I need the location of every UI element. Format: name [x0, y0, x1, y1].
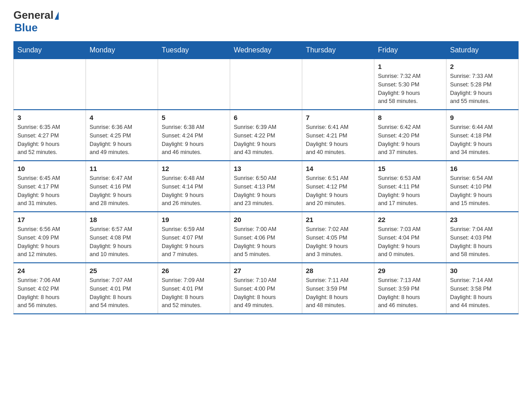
- day-info: Sunrise: 7:32 AM Sunset: 5:30 PM Dayligh…: [378, 72, 442, 106]
- day-number: 30: [450, 267, 515, 274]
- day-info: Sunrise: 7:13 AM Sunset: 3:59 PM Dayligh…: [378, 276, 442, 310]
- day-number: 18: [90, 216, 154, 223]
- header-sunday: Sunday: [14, 42, 86, 59]
- day-number: 12: [162, 165, 226, 172]
- logo-general-text: General: [13, 9, 53, 21]
- header-thursday: Thursday: [302, 42, 374, 59]
- week-row-5: 24Sunrise: 7:06 AM Sunset: 4:02 PM Dayli…: [14, 263, 519, 314]
- day-info: Sunrise: 7:02 AM Sunset: 4:05 PM Dayligh…: [306, 225, 370, 259]
- day-cell: 4Sunrise: 6:36 AM Sunset: 4:25 PM Daylig…: [86, 110, 158, 161]
- day-info: Sunrise: 6:48 AM Sunset: 4:14 PM Dayligh…: [162, 174, 226, 208]
- day-cell: 24Sunrise: 7:06 AM Sunset: 4:02 PM Dayli…: [14, 263, 86, 314]
- header-friday: Friday: [374, 42, 446, 59]
- day-cell: 7Sunrise: 6:41 AM Sunset: 4:21 PM Daylig…: [302, 110, 374, 161]
- day-number: 13: [234, 165, 298, 172]
- day-number: 1: [378, 63, 442, 70]
- day-info: Sunrise: 7:06 AM Sunset: 4:02 PM Dayligh…: [17, 276, 82, 310]
- day-cell: 20Sunrise: 7:00 AM Sunset: 4:06 PM Dayli…: [230, 212, 302, 263]
- logo-blue-text: Blue: [14, 21, 38, 34]
- calendar-table: SundayMondayTuesdayWednesdayThursdayFrid…: [13, 41, 519, 314]
- day-info: Sunrise: 7:14 AM Sunset: 3:58 PM Dayligh…: [450, 276, 515, 310]
- header-saturday: Saturday: [446, 42, 519, 59]
- day-info: Sunrise: 6:54 AM Sunset: 4:10 PM Dayligh…: [450, 174, 515, 208]
- day-info: Sunrise: 7:00 AM Sunset: 4:06 PM Dayligh…: [234, 225, 298, 259]
- day-cell: 1Sunrise: 7:32 AM Sunset: 5:30 PM Daylig…: [374, 59, 446, 110]
- day-cell: 14Sunrise: 6:51 AM Sunset: 4:12 PM Dayli…: [302, 161, 374, 212]
- day-info: Sunrise: 6:38 AM Sunset: 4:24 PM Dayligh…: [162, 123, 226, 157]
- day-info: Sunrise: 6:35 AM Sunset: 4:27 PM Dayligh…: [17, 123, 82, 157]
- day-info: Sunrise: 6:51 AM Sunset: 4:12 PM Dayligh…: [306, 174, 370, 208]
- week-row-4: 17Sunrise: 6:56 AM Sunset: 4:09 PM Dayli…: [14, 212, 519, 263]
- day-info: Sunrise: 7:07 AM Sunset: 4:01 PM Dayligh…: [90, 276, 154, 310]
- day-cell: [302, 59, 374, 110]
- day-number: 10: [17, 165, 82, 172]
- day-cell: [158, 59, 230, 110]
- day-cell: 8Sunrise: 6:42 AM Sunset: 4:20 PM Daylig…: [374, 110, 446, 161]
- day-number: 11: [90, 165, 154, 172]
- day-number: 16: [450, 165, 515, 172]
- day-number: 22: [378, 216, 442, 223]
- day-info: Sunrise: 6:36 AM Sunset: 4:25 PM Dayligh…: [90, 123, 154, 157]
- day-cell: 15Sunrise: 6:53 AM Sunset: 4:11 PM Dayli…: [374, 161, 446, 212]
- day-cell: 5Sunrise: 6:38 AM Sunset: 4:24 PM Daylig…: [158, 110, 230, 161]
- day-number: 27: [234, 267, 298, 274]
- logo-row: General: [13, 9, 59, 21]
- day-number: 29: [378, 267, 442, 274]
- header: General Blue: [13, 9, 519, 34]
- day-number: 17: [17, 216, 82, 223]
- logo-area: General Blue: [13, 9, 59, 34]
- day-cell: 6Sunrise: 6:39 AM Sunset: 4:22 PM Daylig…: [230, 110, 302, 161]
- logo-blue-row: Blue: [13, 21, 38, 34]
- week-row-2: 3Sunrise: 6:35 AM Sunset: 4:27 PM Daylig…: [14, 110, 519, 161]
- day-info: Sunrise: 7:03 AM Sunset: 4:04 PM Dayligh…: [378, 225, 442, 259]
- day-info: Sunrise: 7:10 AM Sunset: 4:00 PM Dayligh…: [234, 276, 298, 310]
- header-tuesday: Tuesday: [158, 42, 230, 59]
- day-cell: 22Sunrise: 7:03 AM Sunset: 4:04 PM Dayli…: [374, 212, 446, 263]
- day-cell: 12Sunrise: 6:48 AM Sunset: 4:14 PM Dayli…: [158, 161, 230, 212]
- day-cell: 27Sunrise: 7:10 AM Sunset: 4:00 PM Dayli…: [230, 263, 302, 314]
- day-number: 7: [306, 114, 370, 121]
- day-number: 9: [450, 114, 515, 121]
- day-number: 23: [450, 216, 515, 223]
- day-info: Sunrise: 6:53 AM Sunset: 4:11 PM Dayligh…: [378, 174, 442, 208]
- day-cell: 25Sunrise: 7:07 AM Sunset: 4:01 PM Dayli…: [86, 263, 158, 314]
- day-number: 24: [17, 267, 82, 274]
- day-number: 19: [162, 216, 226, 223]
- day-number: 5: [162, 114, 226, 121]
- day-cell: 11Sunrise: 6:47 AM Sunset: 4:16 PM Dayli…: [86, 161, 158, 212]
- day-cell: 9Sunrise: 6:44 AM Sunset: 4:18 PM Daylig…: [446, 110, 519, 161]
- day-number: 3: [17, 114, 82, 121]
- day-number: 4: [90, 114, 154, 121]
- day-info: Sunrise: 6:42 AM Sunset: 4:20 PM Dayligh…: [378, 123, 442, 157]
- day-cell: 23Sunrise: 7:04 AM Sunset: 4:03 PM Dayli…: [446, 212, 519, 263]
- day-info: Sunrise: 7:04 AM Sunset: 4:03 PM Dayligh…: [450, 225, 515, 259]
- day-cell: 30Sunrise: 7:14 AM Sunset: 3:58 PM Dayli…: [446, 263, 519, 314]
- day-cell: 19Sunrise: 6:59 AM Sunset: 4:07 PM Dayli…: [158, 212, 230, 263]
- day-cell: 17Sunrise: 6:56 AM Sunset: 4:09 PM Dayli…: [14, 212, 86, 263]
- day-info: Sunrise: 6:41 AM Sunset: 4:21 PM Dayligh…: [306, 123, 370, 157]
- day-number: 2: [450, 63, 515, 70]
- day-cell: 29Sunrise: 7:13 AM Sunset: 3:59 PM Dayli…: [374, 263, 446, 314]
- day-number: 20: [234, 216, 298, 223]
- day-info: Sunrise: 6:39 AM Sunset: 4:22 PM Dayligh…: [234, 123, 298, 157]
- day-number: 26: [162, 267, 226, 274]
- day-info: Sunrise: 6:47 AM Sunset: 4:16 PM Dayligh…: [90, 174, 154, 208]
- day-info: Sunrise: 7:09 AM Sunset: 4:01 PM Dayligh…: [162, 276, 226, 310]
- day-number: 15: [378, 165, 442, 172]
- logo-triangle-icon: [55, 12, 59, 20]
- day-cell: 13Sunrise: 6:50 AM Sunset: 4:13 PM Dayli…: [230, 161, 302, 212]
- day-number: 25: [90, 267, 154, 274]
- day-info: Sunrise: 6:45 AM Sunset: 4:17 PM Dayligh…: [17, 174, 82, 208]
- day-number: 21: [306, 216, 370, 223]
- day-info: Sunrise: 6:50 AM Sunset: 4:13 PM Dayligh…: [234, 174, 298, 208]
- header-wednesday: Wednesday: [230, 42, 302, 59]
- day-number: 28: [306, 267, 370, 274]
- day-cell: 21Sunrise: 7:02 AM Sunset: 4:05 PM Dayli…: [302, 212, 374, 263]
- day-cell: 16Sunrise: 6:54 AM Sunset: 4:10 PM Dayli…: [446, 161, 519, 212]
- day-cell: 3Sunrise: 6:35 AM Sunset: 4:27 PM Daylig…: [14, 110, 86, 161]
- day-cell: 28Sunrise: 7:11 AM Sunset: 3:59 PM Dayli…: [302, 263, 374, 314]
- day-cell: [14, 59, 86, 110]
- day-info: Sunrise: 6:44 AM Sunset: 4:18 PM Dayligh…: [450, 123, 515, 157]
- day-cell: 10Sunrise: 6:45 AM Sunset: 4:17 PM Dayli…: [14, 161, 86, 212]
- day-cell: 18Sunrise: 6:57 AM Sunset: 4:08 PM Dayli…: [86, 212, 158, 263]
